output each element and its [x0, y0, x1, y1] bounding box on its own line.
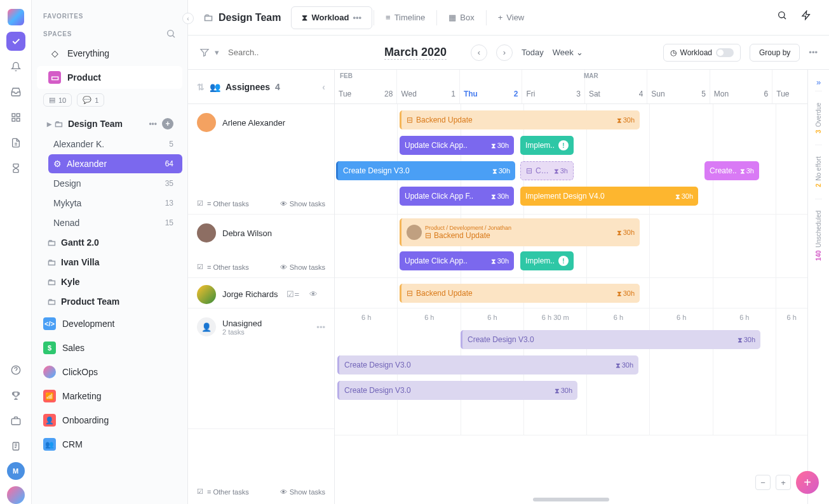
person-row: Jorge Richards☑=👁 [188, 278, 334, 308]
day-col[interactable]: Wed1 [396, 70, 459, 103]
briefcase-icon[interactable] [6, 411, 25, 430]
tree-folder[interactable]: 🗀Gantt 2.0 [42, 233, 182, 252]
avatar[interactable] [197, 113, 216, 132]
quick-add-button[interactable]: + [796, 471, 819, 494]
eye-icon[interactable]: 👁 [309, 289, 318, 299]
zoom-in-button[interactable]: + [776, 475, 791, 490]
next-button[interactable]: › [496, 44, 513, 61]
bolt-icon[interactable] [801, 10, 816, 25]
tab-workload[interactable]: ⧗Workload••• [291, 6, 372, 29]
checkbox-icon[interactable]: ☑ [197, 487, 203, 496]
week-dropdown[interactable]: Week⌄ [553, 48, 583, 57]
add-view-button[interactable]: +View [488, 6, 535, 29]
task-bar[interactable]: Update Click App..⧗30h [400, 136, 514, 155]
space-marketing[interactable]: 📶Marketing [32, 384, 187, 408]
search-icon[interactable] [777, 10, 792, 25]
day-col[interactable]: Tue [772, 70, 807, 103]
show-tasks-button[interactable]: 👁Show tasks [280, 488, 325, 496]
more-icon[interactable]: ••• [353, 13, 361, 22]
more-icon[interactable]: ••• [149, 119, 157, 128]
day-col[interactable]: Fri3 [522, 70, 584, 103]
horizontal-scrollbar[interactable] [533, 498, 609, 501]
space-sales[interactable]: $Sales [32, 336, 187, 360]
docs-pill[interactable]: ▤10 [43, 93, 72, 107]
avatar[interactable] [197, 285, 216, 304]
breadcrumb[interactable]: 🗀Design Team [194, 12, 290, 23]
task-bar[interactable]: Create Design V3.0⧗30h [337, 381, 577, 400]
today-button[interactable]: Today [522, 48, 544, 57]
task-bar[interactable]: ⊟Backend Update⧗30h [400, 110, 640, 129]
more-icon[interactable]: ••• [316, 322, 325, 332]
trophy-icon[interactable] [6, 386, 25, 405]
workspace-avatar[interactable] [7, 486, 25, 504]
doc-icon[interactable] [6, 133, 25, 152]
grid-icon[interactable] [6, 108, 25, 127]
task-bar[interactable]: Product / Development / Jonathan⊟Backend… [400, 218, 640, 246]
clipboard-icon[interactable] [6, 437, 25, 456]
unscheduled-tab[interactable]: 140Unscheduled [815, 199, 822, 272]
task-bar[interactable]: Implement Design V4.0⧗30h [520, 187, 698, 206]
sidebar-everything[interactable]: ◇ Everything [37, 42, 182, 65]
workload-toggle[interactable]: ◷Workload [663, 44, 741, 62]
task-bar[interactable]: Create..⧗3h [704, 161, 759, 180]
assignees-header[interactable]: ⇅ 👥 Assignees 4 ‹ [188, 70, 334, 104]
filter-button[interactable]: ▾ [199, 48, 219, 58]
app-logo[interactable] [8, 9, 24, 25]
task-bar[interactable]: Implem..! [520, 251, 574, 270]
more-icon[interactable]: ••• [809, 48, 818, 57]
day-col[interactable]: Mon6 [710, 70, 772, 103]
task-bar[interactable]: Update Click App F..⧗30h [400, 187, 514, 206]
bell-icon[interactable] [6, 57, 25, 76]
task-bar[interactable]: Update Click App..⧗30h [400, 251, 514, 270]
home-icon[interactable] [6, 32, 25, 51]
user-avatar[interactable]: M [7, 462, 25, 480]
sidebar-product[interactable]: ▭ Product [37, 66, 182, 89]
tree-item[interactable]: Nenad15 [48, 213, 182, 232]
overdue-tab[interactable]: 3Overdue [815, 91, 822, 145]
help-icon[interactable] [6, 361, 25, 380]
tree-folder[interactable]: 🗀Product Team [42, 292, 182, 311]
tree-item[interactable]: Alexander K.5 [48, 135, 182, 154]
inbox-icon[interactable] [6, 83, 25, 102]
search-input[interactable] [228, 48, 304, 57]
space-clickops[interactable]: ClickOps [32, 360, 187, 384]
task-bar[interactable]: Create Design V3.0⧗30h [337, 355, 638, 375]
noeffort-tab[interactable]: 2No effort [815, 145, 822, 199]
collapse-right-button[interactable]: » [812, 74, 825, 91]
tree-folder[interactable]: 🗀Kyle [42, 272, 182, 291]
tree-folder[interactable]: 🗀Ivan Villa [42, 253, 182, 272]
tree-design-team[interactable]: ▸ 🗀 Design Team ••• + [42, 114, 182, 134]
task-bar[interactable]: Implem..! [520, 136, 574, 155]
day-col[interactable]: Thu2 [459, 70, 522, 103]
checkbox-icon[interactable]: ☑ [197, 263, 203, 271]
show-tasks-button[interactable]: 👁Show tasks [280, 200, 325, 208]
task-bar[interactable]: ⊟Backend Update⧗30h [400, 284, 640, 303]
timer-icon[interactable] [6, 159, 25, 178]
month-label[interactable]: March 2020 [384, 46, 447, 60]
add-icon[interactable]: + [162, 118, 173, 129]
checkbox-icon[interactable]: ☑= [286, 289, 299, 299]
tree-item[interactable]: ⚙Alexander64 [48, 154, 182, 173]
prev-button[interactable]: ‹ [471, 44, 487, 61]
space-onboarding[interactable]: 👤Onboarding [32, 408, 187, 432]
search-icon[interactable] [166, 29, 176, 39]
tab-timeline[interactable]: ≡Timeline [375, 6, 435, 29]
day-col[interactable]: Sun5 [647, 70, 709, 103]
plus-icon: + [498, 13, 503, 22]
task-bar[interactable]: Create Design V3.0⧗30h [336, 161, 515, 180]
task-bar[interactable]: ⊟Crea..⧗3h [520, 161, 574, 180]
show-tasks-button[interactable]: 👁Show tasks [280, 263, 325, 271]
chat-pill[interactable]: 💬1 [77, 93, 104, 107]
checkbox-icon[interactable]: ☑ [197, 199, 203, 208]
task-bar[interactable]: Create Design V3.0⧗30h [461, 330, 760, 349]
space-development[interactable]: </>Development [32, 312, 187, 336]
tree-item[interactable]: Design35 [48, 174, 182, 193]
tab-box[interactable]: ▦Box [438, 6, 484, 29]
tree-item[interactable]: Mykyta13 [48, 194, 182, 213]
zoom-out-button[interactable]: − [755, 475, 771, 490]
chevron-left-icon[interactable]: ‹ [322, 82, 325, 92]
group-by-button[interactable]: Group by [750, 44, 800, 62]
space-crm[interactable]: 👥CRM [32, 432, 187, 456]
avatar[interactable]: 👤 [197, 317, 216, 336]
avatar[interactable] [197, 223, 216, 242]
